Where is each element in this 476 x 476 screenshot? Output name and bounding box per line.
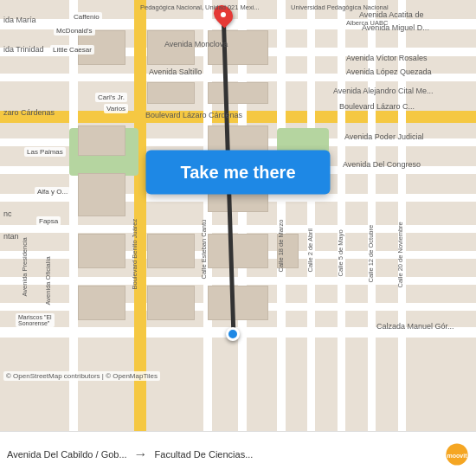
road-v-1	[69, 0, 78, 431]
road-v-8	[368, 0, 376, 431]
poi-fapsa: Fapsa	[36, 216, 61, 226]
poi-mcdonalds: McDonald's	[54, 26, 95, 35]
route-arrow-icon: →	[134, 447, 148, 462]
block-13	[147, 286, 195, 320]
poi-las-palmas: Las Palmas	[24, 147, 66, 157]
poi-caffenio: Caffenio	[71, 12, 102, 22]
block-12	[147, 234, 195, 268]
block-14	[208, 234, 268, 268]
route-to-label: Facultad De Ciencias...	[155, 449, 254, 460]
road-v-7	[338, 0, 345, 431]
block-8	[78, 125, 125, 156]
road-v-6	[307, 0, 315, 431]
block-9	[78, 173, 125, 216]
moovit-logo: moovit	[445, 442, 469, 466]
app: Caffenio McDonald's Little Caesar Carl's…	[0, 0, 476, 476]
bottom-bar: Avenida Del Cabildo / Gob... → Facultad …	[0, 431, 476, 476]
road-v-9	[398, 0, 406, 431]
poi-little-caesar: Little Caesar	[50, 45, 94, 55]
poi-carls: Carl's Jr.	[95, 93, 127, 102]
road-v-5	[277, 0, 286, 431]
block-4	[208, 82, 268, 104]
take-me-there-button[interactable]: Take me there	[145, 151, 330, 195]
block-15	[277, 234, 299, 268]
block-11	[78, 286, 125, 320]
map-container[interactable]: Caffenio McDonald's Little Caesar Carl's…	[0, 0, 476, 431]
route-info: Avenida Del Cabildo / Gob... → Facultad …	[7, 447, 438, 462]
block-2	[147, 82, 195, 104]
block-16	[208, 286, 268, 320]
route-from-label: Avenida Del Cabildo / Gob...	[7, 449, 127, 460]
svg-text:moovit: moovit	[447, 453, 468, 459]
block-1	[147, 30, 195, 65]
block-10	[78, 234, 125, 268]
poi-mariscos: Mariscos "ElSonorense"	[16, 313, 55, 327]
map-attribution: © OpenStreetMap contributors | © OpenMap…	[3, 371, 160, 381]
poi-varios: Varios	[104, 104, 128, 113]
origin-marker	[226, 327, 240, 341]
poi-alfa: Alfa y O...	[35, 187, 70, 196]
block-3	[208, 30, 268, 65]
moovit-logo-svg: moovit	[445, 442, 469, 466]
road-v-boulevard	[134, 0, 146, 431]
